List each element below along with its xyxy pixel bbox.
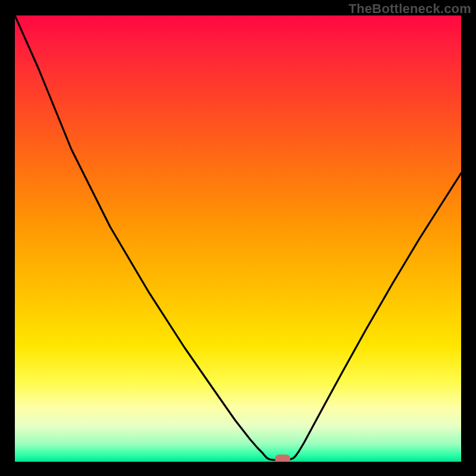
minimum-marker bbox=[275, 455, 290, 462]
plot-area bbox=[15, 15, 461, 462]
watermark-text: TheBottleneck.com bbox=[349, 1, 471, 17]
bottleneck-curve bbox=[15, 15, 461, 462]
chart-frame: TheBottleneck.com bbox=[0, 0, 476, 476]
